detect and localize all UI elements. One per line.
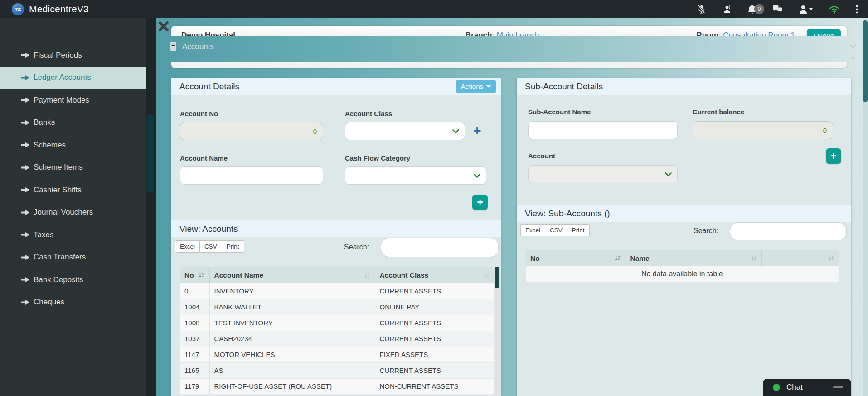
column-header-account-class[interactable]: Account Class (375, 267, 494, 283)
column-header-no[interactable]: No (526, 250, 626, 266)
chevron-down-icon (486, 85, 491, 88)
hand-point-icon (21, 187, 29, 193)
sort-icon (751, 255, 757, 262)
excel-button[interactable]: Excel (520, 224, 545, 236)
account-no-label: Account No (180, 110, 218, 117)
logo-arc (15, 5, 21, 8)
add-sub-account-button[interactable]: + (826, 148, 841, 164)
sidebar-item-label: Payment Modes (34, 96, 89, 105)
sub-accounts-table: No Name No data available in table (526, 250, 839, 283)
table-row[interactable]: 1165ASCURRENT ASSETS (180, 362, 494, 378)
sort-icon (484, 272, 490, 279)
sidebar-item-cheques[interactable]: Cheques (0, 291, 146, 314)
sidebar-item-fiscal-periods[interactable]: Fiscal Periods (0, 44, 146, 67)
hand-point-icon (21, 142, 29, 148)
table-scrollbar-thumb[interactable] (495, 267, 499, 288)
sidebar-item-banks[interactable]: Banks (0, 112, 146, 134)
sidebar-item-label: Banks (34, 118, 55, 127)
sub-account-name-field[interactable] (528, 121, 678, 139)
hand-point-icon (21, 75, 29, 81)
sidebar-item-schemes[interactable]: Schemes (0, 134, 146, 156)
column-header-no[interactable]: No (180, 267, 209, 283)
messages-icon[interactable] (772, 5, 783, 14)
minimize-icon[interactable] (833, 386, 843, 388)
sidebar-item-bank-deposits[interactable]: Bank Deposits (0, 269, 146, 291)
hand-point-icon (21, 254, 29, 260)
account-class-select[interactable] (345, 122, 465, 140)
sidebar-item-ledger-accounts[interactable]: Ledger Accounts (0, 67, 146, 89)
add-account-class-icon[interactable]: + (473, 124, 481, 137)
support-agent-icon[interactable] (723, 5, 732, 14)
sidebar-item-journal-vouchers[interactable]: Journal Vouchers (0, 201, 146, 224)
csv-button[interactable]: CSV (199, 240, 222, 253)
panel-title: Sub-Account Details (517, 78, 851, 95)
sidebar-scrollbar-thumb[interactable] (147, 115, 154, 192)
sidebar-item-scheme-items[interactable]: Scheme Items (0, 156, 146, 179)
chat-widget[interactable]: Chat (763, 379, 851, 396)
app-root: mc MedicentreV3 0 (0, 0, 868, 396)
wifi-status-icon[interactable] (829, 5, 839, 14)
sort-icon (364, 272, 370, 279)
page-scrollbar[interactable] (863, 18, 868, 396)
export-buttons: Excel CSV Print (175, 240, 244, 253)
table-row[interactable]: 1179RIGHT-OF-USE ASSET (ROU ASSET)NON-CU… (180, 378, 494, 394)
sort-desc-icon (615, 255, 621, 262)
sidebar-item-accounts[interactable]: Accounts (156, 36, 863, 57)
notification-count-badge: 0 (754, 4, 764, 14)
account-select[interactable] (528, 165, 678, 183)
panel-title: Account Details Actions (171, 78, 501, 95)
accounts-search-input[interactable] (381, 238, 499, 257)
add-account-button[interactable]: + (472, 195, 488, 210)
sidebar-item-payment-modes[interactable]: Payment Modes (0, 89, 146, 112)
sidebar-scrollbar[interactable] (146, 18, 156, 396)
chevron-down-icon (452, 129, 459, 133)
column-header-account-name[interactable]: Account Name (209, 267, 375, 283)
table-row[interactable]: 0INVENTORYCURRENT ASSETS (180, 283, 494, 299)
table-row[interactable]: 1008TEST INVENTORYCURRENT ASSETS (180, 315, 494, 331)
kebab-menu-icon[interactable] (856, 5, 858, 14)
navbar-icons: 0 (697, 5, 858, 14)
user-menu-icon[interactable] (799, 5, 813, 14)
actions-button[interactable]: Actions (456, 80, 496, 93)
csv-button[interactable]: CSV (545, 224, 567, 236)
sidebar-item-label: Cheques (34, 298, 64, 307)
print-button[interactable]: Print (222, 240, 244, 253)
page-scrollbar-thumb[interactable] (863, 20, 868, 102)
sidebar-item-label: Schemes (34, 141, 66, 150)
chevron-down-icon (665, 172, 672, 176)
sub-account-details-panel: Sub-Account Details Sub-Account Name Cur… (517, 78, 851, 396)
microphone-muted-icon[interactable] (697, 5, 706, 14)
table-row[interactable]: 1147MOTOR VEHICLESFIXED ASSETS (180, 347, 494, 362)
sidebar-item-cashier-shifts[interactable]: Cashier Shifts (0, 179, 146, 201)
chevron-down-icon (474, 174, 480, 178)
brand-title: MedicentreV3 (29, 4, 89, 15)
hand-point-icon (21, 277, 29, 283)
account-name-field[interactable] (180, 166, 323, 185)
close-icon[interactable] (157, 20, 170, 33)
sidebar-item-label: Cash Transfers (34, 253, 86, 262)
table-scrollbar[interactable] (494, 267, 500, 396)
sub-accounts-search-input[interactable] (730, 222, 847, 240)
current-balance-label: Current balance (693, 108, 744, 116)
table-row[interactable]: 1004BANK WALLETONLINE PAY (180, 299, 494, 315)
sidebar-item-label: Cashier Shifts (34, 186, 82, 195)
current-balance-field[interactable] (693, 121, 833, 139)
brand-logo[interactable]: mc (12, 3, 24, 15)
print-button[interactable]: Print (567, 224, 590, 236)
column-header-name[interactable]: Name (626, 250, 761, 266)
excel-button[interactable]: Excel (175, 240, 200, 253)
account-details-panel: Account Details Actions Account No Accou… (171, 78, 501, 396)
accounts-view-title: View: Accounts (171, 220, 501, 237)
accounts-table: No Account Name Account Class 0INVENTORY… (180, 267, 495, 395)
cash-flow-category-select[interactable] (345, 166, 486, 185)
hand-point-icon (21, 165, 29, 171)
account-no-field[interactable] (180, 122, 323, 140)
notifications-bell-icon[interactable]: 0 (748, 5, 756, 14)
table-row[interactable]: 1037CASH20234CURRENT ASSETS (180, 331, 494, 347)
hand-point-icon (21, 299, 29, 305)
column-header-blank[interactable] (761, 250, 839, 266)
sidebar-item-taxes[interactable]: Taxes (0, 224, 146, 246)
main-content: Demo Hospital Branch: Main branch Room: … (156, 18, 863, 396)
search-label: Search: (693, 227, 718, 235)
sidebar-item-cash-transfers[interactable]: Cash Transfers (0, 246, 146, 269)
